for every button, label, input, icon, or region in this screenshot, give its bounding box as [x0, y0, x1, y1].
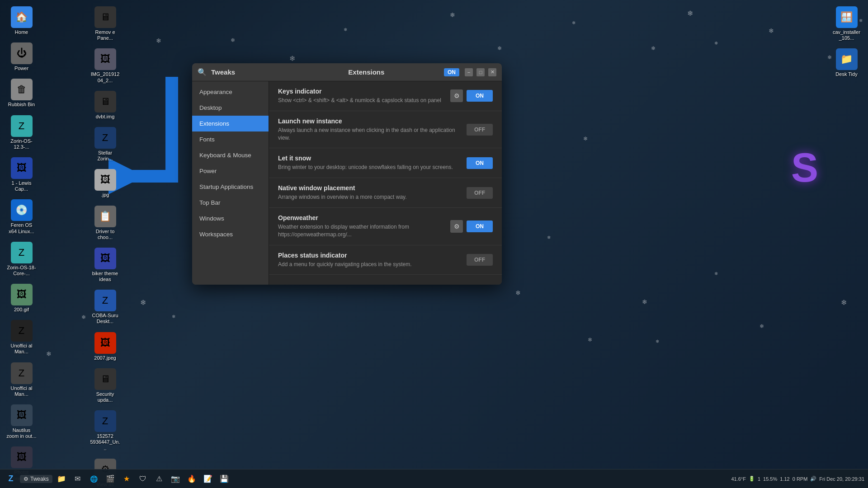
snowflake: ❄ [760, 323, 764, 329]
dvbt-label: dvbt.img [96, 114, 115, 120]
taskbar-thunderbird[interactable]: 🔥 [184, 472, 199, 486]
jpg-icon: 🖼 [94, 169, 116, 191]
desktop-icon-cav-installer[interactable]: 🪟cav_installer_105... [830, 5, 863, 43]
desktop-icon-unoffici-1[interactable]: ZUnoffici al Man... [5, 318, 38, 357]
desktop-icon-rubbish[interactable]: 🗑Rubbish Bin [5, 77, 38, 109]
maximize-button[interactable]: □ [476, 68, 485, 76]
cav-installer-label: cav_installer_105... [831, 29, 862, 41]
window-body: AppearanceDesktopExtensionsFontsKeyboard… [192, 81, 502, 285]
sidebar-item-appearance[interactable]: Appearance [192, 84, 269, 100]
extension-row-launch-new-instance: Launch new instanceAlways launch a new i… [269, 111, 502, 149]
gear-icon[interactable]: ⚙ [450, 89, 463, 102]
extension-info: Places status indicatorAdd a menu for qu… [278, 252, 467, 268]
extensions-list: Keys indicatorShow <ctrl> & <shift> & <a… [269, 81, 502, 285]
toggle-launch-new-instance[interactable]: OFF [467, 124, 493, 136]
taskbar-files[interactable]: 📁 [54, 472, 69, 486]
sidebar-item-extensions[interactable]: Extensions [192, 116, 269, 131]
taskbar-right: 41.6°F 🔋 1 15.5% 1.12 0 RPM 🔊 Fri Dec 20… [731, 476, 864, 482]
extension-title: Keys indicator [278, 88, 450, 95]
gear-icon[interactable]: ⚙ [450, 220, 463, 233]
desktop-icon-remove-pane[interactable]: 🖥Remov e Pane... [88, 5, 122, 43]
zorin-os-2-label: Zorin-OS-18-Core-... [6, 265, 37, 277]
desktop-icon-zorin-os-2[interactable]: ZZorin-OS-18-Core-... [5, 240, 38, 278]
close-button[interactable]: ✕ [488, 68, 496, 76]
desktop-icon-home[interactable]: 🏠Home [5, 5, 38, 37]
desk-tidy-icon: 📁 [836, 48, 858, 70]
desktop-icon-200gif[interactable]: 🖼200.gif [5, 282, 38, 314]
desktop-icon-biker-theme[interactable]: 🖼biker theme ideas [88, 246, 122, 284]
sidebar-item-workspaces[interactable]: Workspaces [192, 226, 269, 242]
extension-info: Native window placementArrange windows i… [278, 184, 467, 201]
extension-description: Bring winter to your desktop: unicode sn… [278, 164, 467, 171]
rubbish-icon: 🗑 [11, 79, 33, 100]
taskbar-disk[interactable]: 💾 [217, 472, 231, 486]
desktop-icon-coba-suru[interactable]: ZCOBA-Suru Deskt... [88, 288, 122, 326]
desktop-icon-desk-tidy[interactable]: 📁Desk Tidy [830, 47, 863, 79]
sidebar-item-startup-applications[interactable]: Startup Applications [192, 179, 269, 195]
desktop-icon-security[interactable]: 🖥Security upda... [88, 366, 122, 405]
extension-description: Always launch a new instance when clicki… [278, 127, 467, 142]
desktop-icon-power[interactable]: ⏻Power [5, 41, 38, 73]
desktop-icon-driver-to[interactable]: 📋Driver to choo... [88, 204, 122, 242]
minimize-button[interactable]: − [465, 68, 473, 76]
biker-theme-icon: 🖼 [94, 248, 116, 269]
taskbar-email[interactable]: ✉ [71, 472, 85, 486]
extension-row-let-it-snow: Let it snowBring winter to your desktop:… [269, 148, 502, 178]
desktop-icon-zorin-os-1[interactable]: ZZorin-OS-12.3-... [5, 113, 38, 152]
security-icon: 🖥 [94, 368, 116, 390]
taskbar-tweaks-icon: ⚙ [24, 476, 28, 482]
desktop-icon-jpg[interactable]: 🖼.jpg [88, 167, 122, 200]
desk-tidy-label: Desk Tidy [835, 71, 857, 77]
sidebar-item-desktop[interactable]: Desktop [192, 100, 269, 116]
taskbar-zorin-menu[interactable]: Z [4, 472, 18, 486]
nautilus-zoom-label: Nautilus zoom in out... [6, 427, 37, 439]
toggle-keys-indicator[interactable]: ON [467, 90, 493, 102]
snowflake: ❄ [769, 27, 774, 34]
feren-os-icon: 💿 [11, 199, 33, 221]
desktop-icon-nautilus-zoom[interactable]: 🖼Nautilus zoom in out... [5, 403, 38, 441]
desktop-icon-2007[interactable]: 🖼2007.jpeg [88, 330, 122, 363]
sidebar-item-power[interactable]: Power [192, 163, 269, 179]
desktop-icon-feren-os[interactable]: 💿Feren OS x64 Linux... [5, 197, 38, 236]
200gif-label: 200.gif [14, 307, 29, 313]
tweaks-window: 🔍 Tweaks Extensions ON − □ ✕ AppearanceD… [192, 63, 502, 285]
taskbar-writer[interactable]: 📝 [201, 472, 215, 486]
sidebar-item-fonts[interactable]: Fonts [192, 131, 269, 147]
taskbar-warning[interactable]: ⚠ [152, 472, 166, 486]
stellar-zorin-icon: Z [94, 127, 116, 149]
battery-icon: 🔋 [749, 476, 755, 482]
search-icon[interactable]: 🔍 [198, 68, 207, 76]
desktop-icon-img-2019[interactable]: 🖼IMG_201912 04_2... [88, 47, 122, 85]
desktop-icon-stellar-zorin[interactable]: ZStellar Zorin... [88, 125, 122, 164]
s-letter-decoration: S [791, 145, 818, 191]
home-icon: 🏠 [11, 6, 33, 28]
taskbar-shield[interactable]: 🛡 [136, 472, 150, 486]
desktop-icon-152572[interactable]: Z152572 5936447_Un... [88, 408, 122, 453]
desktop-icon-1-lewis-cap[interactable]: 🖼1 - Lewis Cap... [5, 155, 38, 194]
taskbar-tweaks-button[interactable]: ⚙ Tweaks [20, 475, 52, 483]
desktop-icon-dvbt[interactable]: 🖥dvbt.img [88, 89, 122, 122]
152572-icon: Z [94, 410, 116, 432]
extension-title: Native window placement [278, 184, 467, 192]
taskbar-screenshot[interactable]: 📷 [168, 472, 183, 486]
sidebar-item-keyboard-mouse[interactable]: Keyboard & Mouse [192, 147, 269, 163]
taskbar-star[interactable]: ★ [119, 472, 134, 486]
sidebar-item-windows[interactable]: Windows [192, 211, 269, 226]
toggle-let-it-snow[interactable]: ON [467, 157, 493, 169]
toggle-places-status-indicator[interactable]: OFF [467, 254, 493, 266]
2007-label: 2007.jpeg [94, 355, 116, 361]
extension-controls: OFF [467, 254, 493, 266]
toggle-openweather[interactable]: ON [467, 221, 493, 232]
desktop-icon-unoffici-2[interactable]: ZUnoffici al Man... [5, 361, 38, 399]
cpu-usage: 15.5% [763, 476, 777, 482]
taskbar-browser[interactable]: 🌐 [87, 472, 101, 486]
driver-to-label: Driver to choo... [90, 229, 120, 240]
sidebar-item-top-bar[interactable]: Top Bar [192, 195, 269, 211]
sidebar: AppearanceDesktopExtensionsFontsKeyboard… [192, 81, 269, 285]
taskbar-video[interactable]: 🎬 [103, 472, 118, 486]
section-title: Extensions [289, 68, 444, 76]
extension-row-native-window-placement: Native window placementArrange windows i… [269, 178, 502, 208]
snowflake: ❄ [140, 298, 146, 307]
toggle-native-window-placement[interactable]: OFF [467, 187, 493, 199]
1-lewis-cap-label: 1 - Lewis Cap... [6, 180, 37, 192]
